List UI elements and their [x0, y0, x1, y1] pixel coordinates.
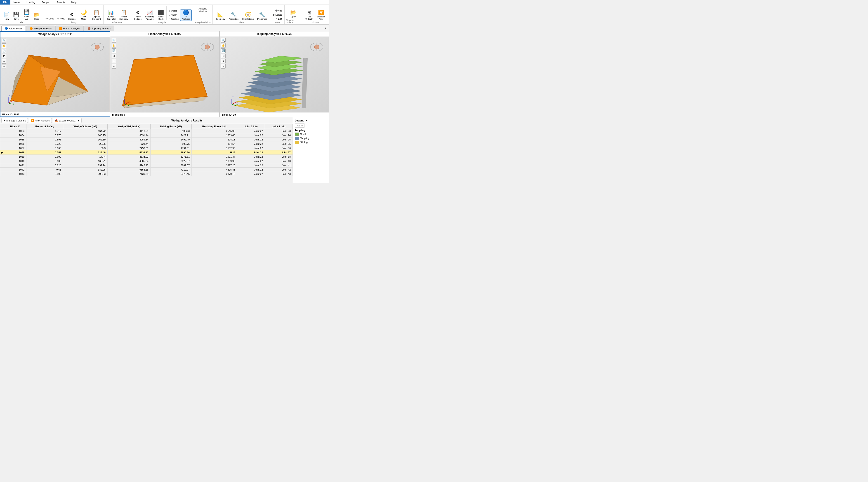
cell-joint2: Joint 25 [265, 138, 293, 142]
edit-joint-button[interactable]: ✏ Edit [272, 17, 283, 21]
zoom-out-button[interactable]: − [2, 64, 6, 69]
table-row[interactable]: 1037 0.666 98.3 2457.61 1791.51 1192.93 … [0, 146, 293, 150]
slope-properties-button[interactable]: 🔧 Properties [227, 11, 240, 21]
toppling-zoomout-button[interactable]: − [221, 64, 225, 68]
delete-joint-button[interactable]: 🗑 Delete [272, 13, 283, 17]
tab-file[interactable]: File [0, 0, 10, 4]
project-summary-button[interactable]: 📋 ProjectSummary [118, 9, 130, 21]
legend-swatch [295, 137, 299, 140]
ribbon-group-analysis: ⚙ ProjectSettings 📈 SensitivityAnalysis … [131, 5, 193, 24]
pan-button[interactable]: ✋ [2, 43, 6, 48]
open-phreatic-button[interactable]: 📂 Open [289, 9, 298, 19]
toppling-panel[interactable]: Toppling Analysis FS: 0.838 🔍 ✋ 🔄 ⊡ + − [219, 31, 329, 117]
legend-dropdown[interactable]: All [295, 123, 305, 127]
wedge-panel[interactable]: Wedge Analysis FS: 0.752 🔍 ✋ 🔄 ⊡ + − [0, 31, 110, 117]
add-joint-button[interactable]: ➕ Add [272, 9, 283, 13]
project-settings-button[interactable]: ⚙ ProjectSettings [132, 9, 143, 21]
cell-weight: 5636.97 [107, 150, 151, 155]
new-button[interactable]: 📄 New [2, 11, 11, 21]
col-block-id[interactable]: Block ID [4, 124, 26, 129]
tab-wedge-analysis[interactable]: 🟠 Wedge Analysis [26, 26, 55, 31]
col-fos[interactable]: Factor of Safety [26, 124, 63, 129]
table-row[interactable]: 1034 0.778 145.25 3631.14 2429.71 1889.4… [0, 133, 293, 138]
table-row[interactable]: 1041 0.828 237.94 5948.47 3887.57 3217.2… [0, 163, 293, 168]
planar-button[interactable]: ▱ Planar [167, 13, 178, 17]
cell-driving: 1791.51 [150, 146, 191, 150]
toppling-pan-button[interactable]: ✋ [221, 43, 225, 48]
col-joint2[interactable]: Joint 2 Info [265, 124, 293, 129]
options-button[interactable]: ⚙ Options [67, 11, 77, 21]
sensitivity-icon: 📈 [147, 10, 153, 15]
table-row[interactable]: 1035 0.896 162.39 4059.84 2499.49 2240.1… [0, 138, 293, 142]
undo-button[interactable]: ↩ Undo [44, 16, 55, 21]
planar-pan-button[interactable]: ✋ [112, 43, 116, 48]
col-volume[interactable]: Wedge Volume (m3) [63, 124, 107, 129]
planar-zoom-button[interactable]: 🔍 [112, 38, 116, 42]
results-table-wrapper[interactable]: Block ID Factor of Safety Wedge Volume (… [0, 124, 293, 183]
wedge-3d-view[interactable]: 🔍 ✋ 🔄 ⊡ + − [0, 37, 110, 112]
table-row[interactable]: 1042 0.61 382.25 9556.15 7212.07 4395.83… [0, 168, 293, 172]
col-joint1[interactable]: Joint 1 Info [237, 124, 265, 129]
cell-volume: 237.94 [63, 163, 107, 168]
toppling-fit-button[interactable]: ⊡ [221, 54, 225, 58]
planar-zoomout-button[interactable]: − [112, 64, 116, 68]
toppling-3d-view[interactable]: 🔍 ✋ 🔄 ⊡ + − [220, 37, 329, 113]
filter-options-button[interactable]: 🔽 Filter Options [29, 118, 52, 123]
table-row[interactable]: 1033 1.317 164.72 4118.04 1933.3 2545.96… [0, 129, 293, 133]
save-as-button[interactable]: 💾 Save As [21, 9, 32, 21]
zoom-in-button[interactable]: + [2, 59, 6, 64]
col-weight[interactable]: Wedge Weight (kN) [107, 124, 151, 129]
toppling-zoom-button[interactable]: 🔍 [221, 38, 225, 42]
table-row[interactable]: 1036 0.725 28.95 723.74 502.75 364.54 Jo… [0, 142, 293, 146]
rotate-button[interactable]: 🔄 [2, 49, 6, 53]
planar-rotate-button[interactable]: 🔄 [112, 49, 116, 53]
zoom-button[interactable]: 🔍 [2, 38, 6, 43]
table-row[interactable]: 1043 0.609 395.63 7130.35 5370.45 2370.1… [0, 172, 293, 176]
tab-results[interactable]: Results [54, 0, 68, 4]
selection-filter-button[interactable]: 🔽 SelectionFilter [315, 9, 327, 21]
tab-support[interactable]: Support [38, 0, 54, 4]
cell-joint2: Joint 43 [265, 172, 293, 176]
geometry-button[interactable]: 📐 Geometry [214, 11, 227, 21]
cell-fos: 0.752 [26, 150, 63, 155]
toppling-rotate-button[interactable]: 🔄 [221, 49, 225, 53]
table-row[interactable]: 1040 0.609 160.21 4005.34 3022.87 1839.9… [0, 159, 293, 163]
planar-3d-view[interactable]: 🔍 ✋ 🔄 ⊡ + − [110, 37, 219, 113]
tab-all-analyses[interactable]: 🔵 All Analyses [1, 26, 26, 31]
planar-zoomin-button[interactable]: + [112, 59, 116, 63]
export-csv-button[interactable]: 📤 Export to CSV... ▼ [53, 118, 82, 123]
copy-to-clipboard-button[interactable]: 📋 Copy ToClipboard [91, 9, 102, 21]
planar-panel[interactable]: Planar Analysis FS: 0.609 🔍 ✋ 🔄 ⊡ + − [110, 31, 220, 117]
redo-button[interactable]: ↪ Redo [56, 16, 66, 21]
open-button[interactable]: 📂 Open [32, 11, 41, 21]
wedge-icon: ◇ [168, 10, 170, 12]
dark-mode-button[interactable]: 🌙 Dark Mode [77, 9, 90, 21]
orientations-button[interactable]: 🧭 Orientations [241, 11, 255, 21]
manage-columns-button[interactable]: ⊞ Manage Columns [1, 118, 28, 123]
col-driving[interactable]: Driving Force (kN) [150, 124, 191, 129]
collapse-button[interactable]: ∧ [323, 26, 328, 31]
fit-button[interactable]: ⊡ [2, 54, 6, 58]
tile-vertically-button[interactable]: ⊞ TileVertically [304, 9, 315, 21]
table-row[interactable]: 1039 0.609 173.4 4334.92 3271.61 1991.37… [0, 155, 293, 159]
tab-home[interactable]: Home [10, 0, 23, 4]
report-generator-button[interactable]: 📊 ReportGenerator [105, 9, 117, 21]
tab-toppling-analysis[interactable]: 🟤 Toppling Analysis [84, 26, 114, 31]
tab-planar-analysis[interactable]: 🟧 Planar Analysis [55, 26, 84, 31]
scale-block-button[interactable]: ⬛ ScaleBlock [156, 9, 165, 21]
wedge-block-id: Block ID: 1038 [0, 112, 110, 117]
sensitivity-analysis-button[interactable]: 📈 SensitivityAnalysis [144, 9, 156, 21]
cell-resisting: 2926 [192, 150, 237, 155]
toppling-zoomin-button[interactable]: + [221, 59, 225, 63]
row-indicator [0, 163, 4, 168]
save-button[interactable]: 💾 Save [12, 11, 21, 21]
toppling-button[interactable]: ⬡ Toppling [167, 17, 180, 21]
properties-button[interactable]: 🔧 Properties [256, 11, 269, 21]
all-analyses-button[interactable]: 🔵 AllAnalyses [180, 9, 192, 21]
tab-loading[interactable]: Loading [23, 0, 38, 4]
planar-fit-button[interactable]: ⊡ [112, 54, 116, 58]
tab-help[interactable]: Help [68, 0, 80, 4]
table-row[interactable]: ▶ 1038 0.752 225.48 5636.97 3890.56 2926… [0, 150, 293, 155]
wedge-button[interactable]: ◇ Wedge [167, 9, 178, 13]
col-resisting[interactable]: Resisting Force (kN) [192, 124, 237, 129]
